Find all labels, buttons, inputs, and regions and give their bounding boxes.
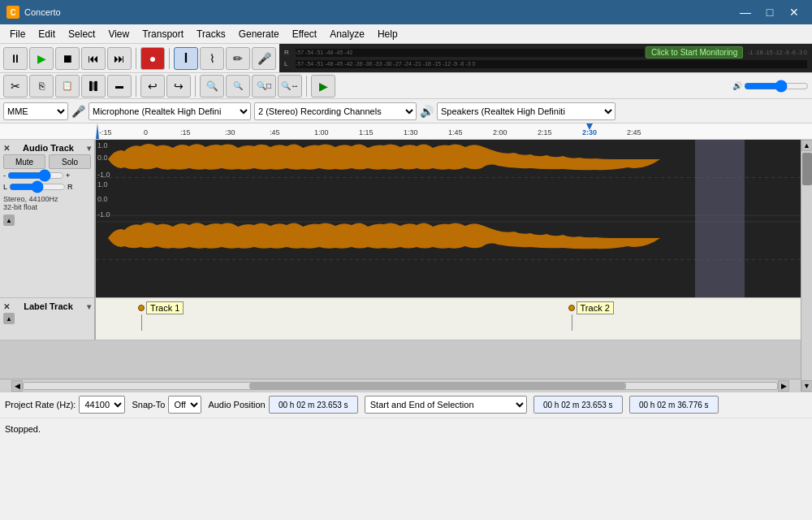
- menu-help[interactable]: Help: [371, 25, 404, 43]
- edit-toolbar: ✂ ⎘ 📋 ▐|▌ ▬ ↩ ↪ 🔍 🔍 🔍□ 🔍↔ ▶ 🔊: [0, 73, 812, 99]
- skip-start-button[interactable]: ⏮: [81, 47, 106, 70]
- hscroll-right-arrow[interactable]: ▶: [778, 380, 789, 392]
- label-track-header: ✕ Label Track ▾: [3, 301, 91, 311]
- vscroll-thumb[interactable]: [802, 153, 812, 185]
- selection-mode-select[interactable]: Start and End of Selection Start and Len…: [365, 396, 527, 414]
- vscroll-down-arrow[interactable]: ▼: [801, 380, 813, 392]
- channels-select[interactable]: 2 (Stereo) Recording Channels 1 (Mono) R…: [254, 102, 417, 120]
- vu-bar-l: -57 -54 -51 -48 -45 -42 -39 -36 -33 -30 …: [296, 60, 807, 68]
- volume-max-label: +: [66, 171, 70, 180]
- trim-button[interactable]: ▐|▌: [81, 75, 106, 98]
- mute-button[interactable]: Mute: [3, 154, 45, 169]
- audio-position-label: Audio Position: [208, 400, 265, 410]
- separator4: [195, 76, 196, 97]
- paste-button[interactable]: 📋: [55, 75, 80, 98]
- label-track-close[interactable]: ✕: [3, 302, 10, 311]
- copy-button[interactable]: ⎘: [29, 75, 54, 98]
- selection-start-input[interactable]: 00 h 02 m 23.653 s: [533, 396, 623, 414]
- microphone-select[interactable]: Microphone (Realtek High Defini: [89, 102, 251, 120]
- titlebar-left: C Concerto: [6, 6, 61, 19]
- audio-track-collapse[interactable]: ▲: [3, 214, 15, 226]
- separator3: [136, 76, 136, 97]
- menu-tracks[interactable]: Tracks: [190, 25, 232, 43]
- menu-analyze[interactable]: Analyze: [323, 25, 371, 43]
- audio-track-close[interactable]: ✕: [3, 144, 10, 153]
- skip-end-button[interactable]: ⏭: [107, 47, 132, 70]
- close-button[interactable]: ✕: [783, 2, 806, 22]
- minimize-button[interactable]: —: [734, 2, 757, 22]
- project-rate-select[interactable]: 44100 48000 96000: [79, 396, 125, 414]
- svg-text:1:30: 1:30: [404, 128, 418, 136]
- vu-row-l: L -57 -54 -51 -48 -45 -42 -39 -36 -33 -3…: [284, 58, 807, 70]
- label-track-waveform[interactable]: Track 1 Track 2: [96, 298, 801, 340]
- vu-bar-r: -57 -54 -51 -48 -45 -42: [296, 49, 644, 57]
- status-text: Stopped.: [5, 424, 41, 434]
- svg-text:0.0: 0.0: [97, 195, 108, 203]
- mic-input-button[interactable]: 🎤: [252, 47, 276, 70]
- selection-mode-group: Start and End of Selection Start and Len…: [365, 396, 527, 414]
- hscroll-track[interactable]: [23, 382, 778, 390]
- menu-generate[interactable]: Generate: [232, 25, 286, 43]
- play-green-button[interactable]: ▶: [311, 75, 335, 98]
- svg-text:1:00: 1:00: [314, 128, 329, 136]
- zoom-out-button[interactable]: 🔍: [226, 75, 250, 98]
- menu-select[interactable]: Select: [62, 25, 102, 43]
- menu-edit[interactable]: Edit: [32, 25, 62, 43]
- output-device-select[interactable]: Speakers (Realtek High Definiti: [437, 102, 615, 120]
- silence-button[interactable]: ▬: [107, 75, 132, 98]
- pan-slider[interactable]: [9, 182, 66, 192]
- selection-tool-button[interactable]: I: [174, 47, 198, 70]
- zoom-in-button[interactable]: 🔍: [200, 75, 224, 98]
- draw-tool-button[interactable]: ✏: [226, 47, 250, 70]
- zoom-fit-button[interactable]: 🔍↔: [278, 75, 302, 98]
- record-button[interactable]: ●: [140, 47, 165, 70]
- envelope-tool-button[interactable]: ⌇: [200, 47, 224, 70]
- device-select[interactable]: MME DirectSound WASAPI: [3, 102, 68, 120]
- hscroll-thumb[interactable]: [249, 383, 626, 389]
- vscroll-track[interactable]: [802, 151, 812, 380]
- menu-view[interactable]: View: [102, 25, 136, 43]
- statusbar: Project Rate (Hz): 44100 48000 96000 Sna…: [0, 392, 812, 440]
- vscroll-up-arrow[interactable]: ▲: [801, 140, 813, 151]
- snap-to-label: Snap-To: [132, 400, 165, 410]
- titlebar-controls: — □ ✕: [734, 2, 806, 22]
- stop-button[interactable]: ⏹: [55, 47, 80, 70]
- svg-text:1:15: 1:15: [359, 128, 374, 136]
- maximize-button[interactable]: □: [758, 2, 781, 22]
- menu-effect[interactable]: Effect: [286, 25, 323, 43]
- project-rate-label: Project Rate (Hz):: [5, 400, 76, 410]
- output-volume-slider[interactable]: [744, 79, 809, 93]
- hscroll-left-arrow[interactable]: ◀: [11, 380, 23, 392]
- audio-position-input[interactable]: 00 h 02 m 23.653 s: [269, 396, 358, 414]
- waveform-selection: [695, 140, 745, 297]
- redo-button[interactable]: ↪: [166, 75, 191, 98]
- label-track-dropdown[interactable]: ▾: [87, 302, 91, 311]
- start-monitoring-button[interactable]: Click to Start Monitoring: [646, 46, 743, 58]
- track-bit-depth: 32-bit float: [3, 203, 91, 211]
- solo-button[interactable]: Solo: [49, 154, 91, 169]
- audio-track-info: Stereo, 44100Hz 32-bit float: [3, 195, 91, 211]
- project-rate-group: Project Rate (Hz): 44100 48000 96000: [5, 396, 125, 414]
- ruler-canvas[interactable]: -:15 0 :15 :30 :45 1:00 1:15 1:30 1:45 2…: [99, 124, 812, 140]
- svg-text:0.0: 0.0: [97, 154, 108, 162]
- vertical-scrollbar: ▲ ▼: [801, 140, 812, 392]
- app-icon: C: [6, 6, 19, 19]
- snap-to-select[interactable]: Off On: [168, 396, 201, 414]
- zoom-sel-button[interactable]: 🔍□: [252, 75, 276, 98]
- pause-button[interactable]: ⏸: [3, 47, 28, 70]
- label-text-track1: Track 1: [146, 301, 184, 314]
- audio-track-dropdown[interactable]: ▾: [87, 144, 91, 153]
- menu-transport[interactable]: Transport: [136, 25, 190, 43]
- selection-end-input[interactable]: 00 h 02 m 36.776 s: [629, 396, 719, 414]
- volume-slider[interactable]: [7, 171, 64, 180]
- label-dot-2: [568, 305, 575, 311]
- undo-button[interactable]: ↩: [140, 75, 165, 98]
- menu-file[interactable]: File: [3, 25, 32, 43]
- label-track1: Track 1: [138, 301, 184, 331]
- audio-track-buttons: Mute Solo: [3, 154, 91, 169]
- audio-track-waveform[interactable]: 1.0 0.0 -1.0 1.0 0.0 -1.0: [96, 140, 801, 297]
- label-track-collapse[interactable]: ▲: [3, 313, 15, 324]
- play-button[interactable]: ▶: [29, 47, 54, 70]
- transport-tools: ⏸ ▶ ⏹ ⏮ ⏭ ● I ⌇ ✏ 🎤: [0, 44, 279, 72]
- cut-button[interactable]: ✂: [3, 75, 28, 98]
